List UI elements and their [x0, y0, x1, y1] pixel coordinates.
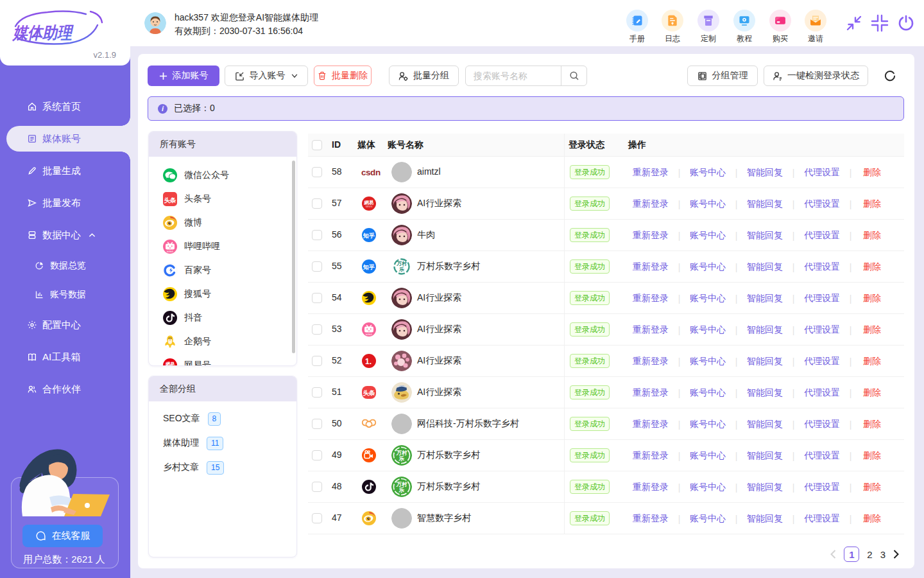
svg-text:網易: 網易: [165, 362, 175, 367]
svg-text:bilibili: bilibili: [167, 250, 173, 253]
svg-text:头条: 头条: [164, 196, 177, 203]
svg-text:媒体助理: 媒体助理: [12, 23, 74, 42]
